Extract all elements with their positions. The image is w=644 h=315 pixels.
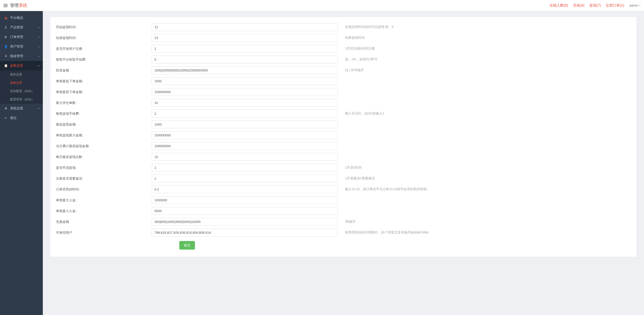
field-label: 是否开启提现 xyxy=(53,166,152,170)
field-help: 以 | 符号隔开 xyxy=(345,68,364,73)
field-input-5[interactable] xyxy=(152,77,338,85)
sidebar-item-label: 平台概况 xyxy=(10,16,23,20)
field-input-18[interactable] xyxy=(152,218,338,226)
field-input-8[interactable] xyxy=(152,110,338,117)
field-label: 结束提现时间 xyxy=(53,36,152,40)
sidebar-item-label: 订单管理 xyxy=(10,35,23,39)
sidebar-item-6[interactable]: ⚙系统设置▸ xyxy=(0,104,43,113)
form-row-8: 每笔提现手续费输入百分比，如2%就输入2 xyxy=(53,108,633,119)
sidebar-subitem-2[interactable]: 添加配置（勿动） xyxy=(0,87,43,95)
field-label: 注册是否需要激活 xyxy=(53,176,152,181)
chevron-right-icon: ▸ xyxy=(39,64,40,67)
form-row-9: 最低提现金额 xyxy=(53,119,633,130)
sidebar-item-7[interactable]: ↩退出 xyxy=(0,113,43,123)
field-label: 单笔最大入金 xyxy=(53,198,152,203)
field-label: 订单受风控时间 xyxy=(53,187,152,192)
orders-link[interactable]: 交易订单(1) xyxy=(606,3,624,8)
field-label: 每笔提现手续费 xyxy=(53,111,152,116)
field-input-16[interactable] xyxy=(152,196,338,204)
chevron-right-icon: ▸ xyxy=(39,55,40,57)
clipboard-icon: 📋 xyxy=(4,64,8,67)
field-label: 每日最多提现次数 xyxy=(53,155,152,159)
sidebar-subitem-1[interactable]: 参数设置 xyxy=(0,79,43,87)
form-row-7: 最大持仓单数 xyxy=(53,97,633,108)
sidebar-submenu: 基本设置参数设置添加配置（勿动）配置管理（勿动） xyxy=(0,70,43,104)
chevron-right-icon: ▸ xyxy=(39,36,40,38)
exit-icon: ↩ xyxy=(4,116,8,120)
field-help: 1开启0关闭 xyxy=(345,165,362,170)
settings-panel: 开始提现时间在指定的时间段内可以提现 例：9结束提现时间结束提现时间是否开放用户… xyxy=(50,17,636,257)
field-help: 输入百分比，如2%就输入2 xyxy=(345,111,384,116)
user-icon: 👤 xyxy=(4,45,8,48)
sidebar-subitem-3[interactable]: 配置管理（勿动） xyxy=(0,95,43,104)
field-help: 在指定的时间段内可以提现 例：9 xyxy=(345,25,393,29)
topbar-right: 在线人数(0) 充值(4) 提现(7) 交易订单(1) admin ▾ xyxy=(550,3,640,8)
recharge-link[interactable]: 充值(4) xyxy=(573,3,584,8)
field-label: 当日累计最高提现金额 xyxy=(53,144,152,148)
admin-dropdown[interactable]: admin ▾ xyxy=(629,4,640,7)
menu-toggle-icon[interactable] xyxy=(4,4,8,7)
field-input-0[interactable] xyxy=(152,23,338,31)
sidebar-item-label: 报表管理 xyxy=(10,54,23,58)
sidebar-item-5[interactable]: 📋参数设置▸ xyxy=(0,61,43,70)
field-input-15[interactable] xyxy=(152,185,338,193)
form-row-15: 订单受风控时间输入10-15，则订单在平仓之前10-15秒开始受到风控影响。 xyxy=(53,184,633,195)
field-help: 除管理员外的代理商ID，多个用英文逗号隔开如8888,9999 xyxy=(345,230,429,235)
field-help: 1不需激活2需要激活 xyxy=(345,176,375,181)
sidebar-item-4[interactable]: ¥报表管理▸ xyxy=(0,51,43,61)
field-input-1[interactable] xyxy=(152,34,338,42)
field-input-12[interactable] xyxy=(152,153,338,161)
field-help: 1开启注册0关闭注册 xyxy=(345,46,375,51)
chevron-right-icon: ▸ xyxy=(39,107,40,110)
sidebar-subitem-0[interactable]: 基本设置 xyxy=(0,70,43,79)
sidebar-item-1[interactable]: ₿产品管理▸ xyxy=(0,23,43,32)
chevron-right-icon: ▸ xyxy=(39,45,40,48)
dashboard-icon: ◕ xyxy=(4,16,8,20)
main-content: 开始提现时间在指定的时间段内可以提现 例：9结束提现时间结束提现时间是否开放用户… xyxy=(43,11,644,315)
field-input-10[interactable] xyxy=(152,131,338,139)
field-label: 单笔最小入金 xyxy=(53,209,152,213)
sidebar-item-0[interactable]: ◕平台概况 xyxy=(0,13,43,23)
withdraw-link[interactable]: 提现(7) xyxy=(589,3,601,8)
sidebar-item-2[interactable]: 🗎订单管理▸ xyxy=(0,32,43,42)
field-label: 单笔最高下单金额 xyxy=(53,90,152,94)
field-input-19[interactable] xyxy=(152,229,338,237)
chevron-right-icon: ▸ xyxy=(39,26,40,29)
form-row-12: 每日最多提现次数 xyxy=(53,151,633,162)
field-input-6[interactable] xyxy=(152,88,338,96)
field-input-17[interactable] xyxy=(152,207,338,215)
yen-icon: ¥ xyxy=(4,54,8,58)
field-input-11[interactable] xyxy=(152,142,338,150)
sidebar-item-label: 参数设置 xyxy=(10,63,23,68)
field-input-4[interactable] xyxy=(152,66,338,74)
form-row-16: 单笔最大入金 xyxy=(53,195,633,206)
field-label: 开始提现时间 xyxy=(53,25,152,29)
submit-button[interactable]: 提交 xyxy=(179,241,195,250)
form-row-3: 每笔平台收取手续费如：2%，就填写2即可 xyxy=(53,54,633,65)
form-row-2: 是否开放用户注册1开启注册0关闭注册 xyxy=(53,43,633,54)
bitcoin-icon: ₿ xyxy=(4,26,8,29)
field-label: 单笔提现最大金额 xyxy=(53,133,152,138)
form-row-10: 单笔提现最大金额 xyxy=(53,130,633,141)
field-input-3[interactable] xyxy=(152,56,338,63)
chevron-down-icon: ▾ xyxy=(639,4,640,7)
field-input-13[interactable] xyxy=(152,164,338,172)
field-label: 最大持仓单数 xyxy=(53,101,152,105)
form-row-11: 当日累计最高提现金额 xyxy=(53,141,633,151)
sidebar-item-label: 退出 xyxy=(10,116,17,120)
gear-icon: ⚙ xyxy=(4,107,8,110)
topbar-left: 管理系统 xyxy=(4,3,27,8)
admin-name: admin xyxy=(629,4,638,7)
sidebar-item-3[interactable]: 👤用户管理▸ xyxy=(0,42,43,51)
online-users-link[interactable]: 在线人数(0) xyxy=(550,3,568,8)
brand-part1: 管理 xyxy=(10,3,19,8)
field-input-14[interactable] xyxy=(152,175,338,182)
field-help: 结束提现时间 xyxy=(345,35,365,40)
field-input-9[interactable] xyxy=(152,121,338,128)
form-row-6: 单笔最高下单金额 xyxy=(53,87,633,97)
field-label: 最低提现金额 xyxy=(53,122,152,127)
form-row-19: 可单控用户除管理员外的代理商ID，多个用英文逗号隔开如8888,9999 xyxy=(53,227,633,238)
field-input-7[interactable] xyxy=(152,99,338,107)
field-help: 输入10-15，则订单在平仓之前10-15秒开始受到风控影响。 xyxy=(345,187,430,192)
field-input-2[interactable] xyxy=(152,45,338,53)
